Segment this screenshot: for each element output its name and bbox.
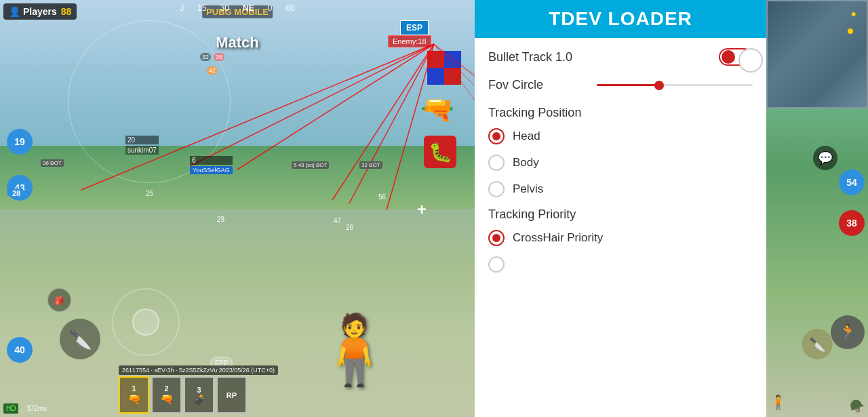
extra-radio[interactable] [488,256,505,273]
enemy-label: Enemy:18 [388,35,431,47]
weapon-slot-rp[interactable]: RP [216,376,247,414]
joystick-inner[interactable] [132,309,159,336]
player-icon: 👤 [9,6,20,17]
flag-blue-2 [427,68,444,85]
bot-label-1: 36 BOT [41,159,64,167]
player-num-42: 42 [207,66,218,75]
weapon-slot-1[interactable]: 1 🔫 [119,376,149,414]
left-player-19: 19 [7,129,33,155]
prone-char-icon: 🧍 [770,394,787,410]
main-panel: TDEV LOADER Bullet Track 1.0 Fov Circle … [475,0,766,417]
body-radio[interactable] [488,155,505,171]
players-label: Players [23,6,57,17]
tracking-position-title: Tracking Position [488,106,753,120]
bot-label-3: 32 BOT [359,161,382,169]
bot-label-2: 5 43 [so] BOT [292,161,329,169]
slider-fill [597,84,659,86]
player-character: 🧍 [312,310,397,390]
knife-icon-right: 🔪 [802,329,833,359]
fov-circle-label: Fov Circle [488,78,590,92]
status-bar: 26117554 · sEV·3h · 5z2S5ZkZzVu 2023/05/… [119,365,278,375]
toggle-thumb [722,50,735,64]
players-number: 88 [61,6,72,17]
flag-red-1 [427,51,444,68]
left-player-28: 28 [7,188,26,198]
fov-circle-slider[interactable] [597,84,753,86]
knife-icon: 🔪 [60,319,100,359]
players-count-display: 👤 Players 88 [3,3,77,20]
body-radio-row[interactable]: Body [488,155,753,171]
minimap: ● [766,0,868,108]
bullet-track-label: Bullet Track 1.0 [488,50,719,64]
weapon-slot-3[interactable]: 3 💣 [184,376,214,414]
crosshair-radio-dot [492,234,500,242]
minimap-player-dot [848,28,853,34]
flag-red-2 [444,68,461,85]
crosshair-priority-radio[interactable] [488,230,505,246]
body-radio-label: Body [513,156,539,170]
num-25: 25 [146,190,153,197]
flag-icons [427,51,461,85]
player-num-35: 35 [214,53,224,61]
action-figure-icon[interactable]: 🏃 [831,315,865,349]
head-radio[interactable] [488,128,505,144]
weapon-icon-3: 💣 [193,394,205,405]
prone-char-icon-2: 🪖 [850,399,865,414]
weapon-slot-2[interactable]: 2 🔫 [151,376,182,414]
match-info: Match [216,34,259,52]
num-47: 47 [334,217,341,224]
num-56: 56 [378,193,386,201]
weapon-icon-2: 🔫 [160,393,174,405]
far-right-game: ● 54 38 💬 🏃 🧍 🪖 🔪 [766,0,868,417]
top-right-circle-toggle[interactable] [738,48,763,73]
head-radio-dot [492,132,500,140]
action-btn-left[interactable]: 🎒 [47,288,71,312]
weapon-icon-1: 🔫 [127,393,141,405]
num-26: 26 [346,224,353,231]
right-player-38: 38 [839,210,865,236]
pelvis-radio[interactable] [488,181,505,197]
pelvis-radio-row[interactable]: Pelvis [488,181,753,197]
minimap-gold-icon: ● [851,8,856,19]
right-player-54: 54 [839,170,865,195]
num-29: 29 [217,216,224,223]
player-sunkim07: 20 sunkim07 [125,136,159,155]
bug-icon: 🐛 [424,136,456,168]
game-background: 👤 Players 88 PUBG MOBILE J 15 30 NE 0 60… [0,0,475,417]
flag-blue-1 [444,51,461,68]
chat-icon[interactable]: 💬 [813,146,837,170]
crosshair-priority-label: CrossHair Priority [513,231,603,245]
crosshair-priority-row[interactable]: CrossHair Priority [488,230,753,246]
weapon-slots: 1 🔫 2 🔫 3 💣 RP [119,376,247,414]
left-player-40: 40 [7,337,33,363]
top-numbers: J 15 30 NE 0 60 [180,3,294,13]
head-radio-row[interactable]: Head [488,128,753,144]
player-youssefgag: 6 YouSSefGAG [190,156,233,174]
gun-icon: 🔫 [420,94,454,125]
ping-display: 372ms [24,403,50,414]
slider-thumb[interactable] [654,81,664,90]
head-radio-label: Head [513,130,540,143]
fov-circle-row: Fov Circle [488,78,753,92]
hd-badge: HD [3,403,18,414]
crosshair: + [417,200,427,219]
minimap-content: ● [768,1,867,107]
esp-box: ESP [400,20,429,35]
bullet-track-row: Bullet Track 1.0 [488,48,753,66]
pelvis-radio-label: Pelvis [513,182,543,196]
tracking-priority-title: Tracking Priority [488,207,753,222]
extra-radio-row[interactable] [488,256,753,273]
player-num-32: 32 [200,53,211,61]
panel-header: TDEV LOADER [475,0,766,38]
panel-content: Bullet Track 1.0 Fov Circle Tracking Pos… [475,38,766,417]
